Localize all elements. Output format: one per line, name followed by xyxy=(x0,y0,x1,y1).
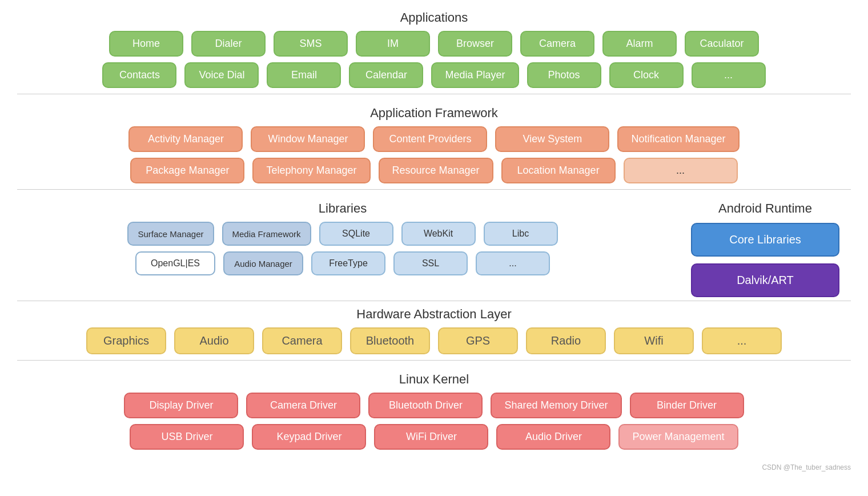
hal-section: Hardware Abstraction Layer GraphicsAudio… xyxy=(17,307,851,366)
app-chip: IM xyxy=(356,31,430,57)
app-chip: Media Player xyxy=(431,62,519,88)
library-chip: FreeType xyxy=(311,251,385,275)
kernel-chip: Power Management xyxy=(618,424,738,450)
hal-chip: Camera xyxy=(262,327,342,354)
app-chip: ... xyxy=(692,62,766,88)
app-chip: SMS xyxy=(274,31,348,57)
appframework-title: Application Framework xyxy=(17,106,851,121)
framework-chip: Location Manager xyxy=(501,158,616,183)
library-chip: Media Framework xyxy=(222,222,311,246)
hal-title: Hardware Abstraction Layer xyxy=(17,307,851,322)
app-chip: Contacts xyxy=(102,62,176,88)
library-chip: Audio Manager xyxy=(223,251,303,275)
library-chip: Libc xyxy=(484,222,558,246)
libraries-section: Libraries Surface ManagerMedia Framework… xyxy=(17,201,668,291)
kernel-chip: Binder Driver xyxy=(630,393,744,418)
dalvik-chip: Dalvik/ART xyxy=(691,263,839,297)
hal-chip: Radio xyxy=(526,327,606,354)
hal-chip: Audio xyxy=(174,327,254,354)
runtime-chips: Core Libraries Dalvik/ART xyxy=(680,223,851,297)
framework-chip: Resource Manager xyxy=(379,158,493,183)
android-runtime-section: Android Runtime Core Libraries Dalvik/AR… xyxy=(668,201,851,297)
library-chip: SSL xyxy=(393,251,468,275)
hal-chip: Bluetooth xyxy=(350,327,430,354)
framework-chip: View System xyxy=(495,126,609,152)
app-chip: Camera xyxy=(520,31,594,57)
appframework-row2: Package ManagerTelephony ManagerResource… xyxy=(17,158,851,183)
app-chip: Photos xyxy=(527,62,601,88)
library-chip: ... xyxy=(476,251,550,275)
hal-row: GraphicsAudioCameraBluetoothGPSRadioWifi… xyxy=(17,327,851,354)
app-chip: Caculator xyxy=(685,31,759,57)
applications-section: Applications HomeDialerSMSIMBrowserCamer… xyxy=(17,10,851,100)
library-chip: WebKit xyxy=(401,222,476,246)
kernel-row2: USB DriverKeypad DriverWiFi DriverAudio … xyxy=(17,424,851,450)
kernel-chip: USB Driver xyxy=(130,424,244,450)
kernel-chip: Bluetooth Driver xyxy=(368,393,483,418)
libraries-row2: OpenGL|ESAudio ManagerFreeTypeSSL... xyxy=(17,251,668,275)
app-chip: Voice Dial xyxy=(184,62,259,88)
framework-chip: Notification Manager xyxy=(617,126,739,152)
applications-row1: HomeDialerSMSIMBrowserCameraAlarmCaculat… xyxy=(17,31,851,57)
app-chip: Alarm xyxy=(602,31,677,57)
framework-chip: Activity Manager xyxy=(128,126,243,152)
framework-chip: ... xyxy=(624,158,738,183)
app-chip: Home xyxy=(109,31,183,57)
watermark: CSDN @The_tuber_sadness xyxy=(17,463,851,471)
app-chip: Clock xyxy=(609,62,684,88)
linux-kernel-section: Linux Kernel Display DriverCamera Driver… xyxy=(17,372,851,455)
app-chip: Browser xyxy=(438,31,512,57)
libraries-runtime-wrapper: Libraries Surface ManagerMedia Framework… xyxy=(17,201,851,297)
hal-chip: Graphics xyxy=(86,327,166,354)
hal-chip: Wifi xyxy=(614,327,694,354)
linux-kernel-title: Linux Kernel xyxy=(17,372,851,387)
kernel-row1: Display DriverCamera DriverBluetooth Dri… xyxy=(17,393,851,418)
library-chip: SQLite xyxy=(319,222,393,246)
kernel-chip: Display Driver xyxy=(124,393,238,418)
library-chip: OpenGL|ES xyxy=(135,251,215,275)
app-chip: Calendar xyxy=(349,62,423,88)
kernel-chip: Audio Driver xyxy=(496,424,610,450)
app-chip: Email xyxy=(267,62,341,88)
framework-chip: Telephony Manager xyxy=(252,158,370,183)
app-chip: Dialer xyxy=(191,31,266,57)
core-libraries-chip: Core Libraries xyxy=(691,223,839,257)
appframework-row1: Activity ManagerWindow ManagerContent Pr… xyxy=(17,126,851,152)
framework-chip: Content Providers xyxy=(373,126,487,152)
hal-chip: ... xyxy=(702,327,782,354)
kernel-chip: Keypad Driver xyxy=(252,424,366,450)
hal-chip: GPS xyxy=(438,327,518,354)
kernel-chip: WiFi Driver xyxy=(374,424,488,450)
libraries-row1: Surface ManagerMedia FrameworkSQLiteWebK… xyxy=(17,222,668,246)
applications-title: Applications xyxy=(17,10,851,25)
framework-chip: Package Manager xyxy=(130,158,244,183)
kernel-chip: Shared Memory Driver xyxy=(491,393,621,418)
android-runtime-title: Android Runtime xyxy=(718,201,812,216)
libraries-title: Libraries xyxy=(17,201,668,216)
library-chip: Surface Manager xyxy=(127,222,214,246)
appframework-section: Application Framework Activity ManagerWi… xyxy=(17,106,851,195)
kernel-chip: Camera Driver xyxy=(246,393,360,418)
applications-row2: ContactsVoice DialEmailCalendarMedia Pla… xyxy=(17,62,851,88)
framework-chip: Window Manager xyxy=(251,126,365,152)
